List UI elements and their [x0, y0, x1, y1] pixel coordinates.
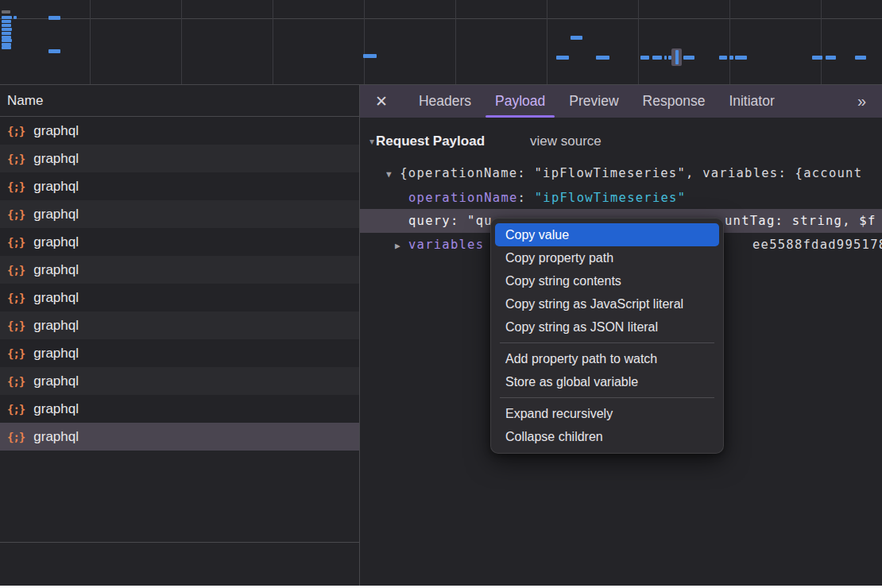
waterfall-bar[interactable]: [729, 56, 733, 60]
property-key: variables: [408, 233, 484, 257]
menu-item-copy-value[interactable]: Copy value: [495, 223, 719, 246]
request-row-graphql[interactable]: {;}graphql: [0, 339, 359, 367]
waterfall-bar[interactable]: [826, 56, 836, 60]
json-request-icon: {;}: [7, 292, 25, 304]
request-name: graphql: [33, 290, 79, 306]
request-row-graphql[interactable]: {;}graphql: [0, 145, 359, 172]
request-name: graphql: [33, 123, 79, 139]
waterfall-bar[interactable]: [675, 50, 679, 64]
view-source-link[interactable]: view source: [530, 133, 602, 149]
waterfall-bar[interactable]: [855, 56, 866, 60]
request-name: graphql: [33, 401, 79, 417]
waterfall-bar[interactable]: [735, 56, 747, 60]
menu-item-copy-string-contents[interactable]: Copy string contents: [495, 269, 719, 292]
json-request-icon: {;}: [7, 431, 25, 443]
variables-fragment-right: ee5588fdad995178a0: [752, 233, 882, 257]
json-request-icon: {;}: [7, 236, 25, 249]
waterfall-bar[interactable]: [2, 46, 11, 49]
request-name: graphql: [33, 234, 79, 250]
menu-item-store-as-global-variable[interactable]: Store as global variable: [495, 370, 719, 393]
menu-divider: [500, 342, 714, 343]
request-list: {;}graphql{;}graphql{;}graphql{;}graphql…: [0, 117, 359, 451]
request-name: graphql: [33, 373, 79, 389]
property-key: operationName: [408, 191, 518, 205]
menu-item-copy-property-path[interactable]: Copy property path: [495, 246, 719, 269]
request-name: graphql: [33, 346, 79, 362]
waterfall-bar[interactable]: [683, 56, 694, 60]
request-row-graphql[interactable]: {;}graphql: [0, 256, 359, 284]
network-overview-waterfall[interactable]: [0, 0, 882, 85]
waterfall-bar[interactable]: [2, 16, 12, 19]
tab-preview[interactable]: Preview: [557, 85, 630, 118]
waterfall-gridline-vertical: [181, 0, 182, 84]
menu-item-copy-string-as-javascript-literal[interactable]: Copy string as JavaScript literal: [495, 292, 719, 315]
waterfall-bar[interactable]: [664, 56, 667, 60]
request-row-graphql[interactable]: {;}graphql: [0, 117, 359, 145]
json-request-icon: {;}: [7, 125, 25, 137]
waterfall-bar[interactable]: [719, 56, 727, 60]
query-fragment-right: untTag: string, $f: [725, 209, 876, 233]
waterfall-bar[interactable]: [812, 56, 822, 60]
waterfall-bar[interactable]: [363, 54, 377, 58]
menu-divider: [500, 397, 714, 398]
waterfall-bar[interactable]: [2, 32, 11, 35]
request-row-graphql[interactable]: {;}graphql: [0, 395, 359, 423]
json-request-icon: {;}: [7, 153, 25, 165]
name-column-header[interactable]: Name: [0, 85, 359, 117]
collapsed-icon[interactable]: ▶: [395, 241, 400, 251]
tab-headers[interactable]: Headers: [407, 85, 483, 118]
waterfall-bar[interactable]: [2, 28, 12, 31]
request-row-graphql[interactable]: {;}graphql: [0, 367, 359, 395]
waterfall-bar[interactable]: [652, 56, 662, 60]
menu-item-add-property-path-to-watch[interactable]: Add property path to watch: [495, 347, 719, 370]
json-request-icon: {;}: [7, 319, 25, 332]
waterfall-gridline-vertical: [364, 0, 365, 84]
section-collapse-icon[interactable]: ▾: [369, 136, 374, 147]
request-row-graphql[interactable]: {;}graphql: [0, 200, 359, 228]
detail-tab-bar: ✕ HeadersPayloadPreviewResponseInitiator…: [360, 85, 882, 118]
tab-initiator[interactable]: Initiator: [717, 85, 786, 118]
more-tabs-icon[interactable]: »: [857, 92, 865, 110]
waterfall-gridline-vertical: [821, 0, 822, 84]
waterfall-bar[interactable]: [14, 16, 17, 19]
waterfall-bar[interactable]: [571, 36, 582, 40]
waterfall-gridline-vertical: [455, 0, 456, 84]
menu-item-expand-recursively[interactable]: Expand recursively: [495, 402, 719, 425]
tab-response[interactable]: Response: [631, 85, 718, 118]
request-name: graphql: [33, 429, 79, 445]
request-row-graphql[interactable]: {;}graphql: [0, 311, 359, 339]
json-request-icon: {;}: [7, 208, 25, 221]
waterfall-gridline-vertical: [90, 0, 91, 84]
close-icon[interactable]: ✕: [375, 92, 388, 110]
section-title: Request Payload: [376, 133, 485, 149]
payload-preview-text: {operationName: "ipFlowTimeseries", vari…: [400, 166, 862, 180]
property-separator: :: [518, 191, 535, 205]
waterfall-gridline-vertical: [547, 0, 547, 84]
waterfall-bar[interactable]: [48, 49, 60, 53]
waterfall-gridline-vertical: [273, 0, 273, 84]
waterfall-bar[interactable]: [48, 16, 60, 20]
query-fragment-left: query: "qu: [408, 209, 493, 233]
tab-strip: HeadersPayloadPreviewResponseInitiator: [407, 85, 787, 118]
expand-icon[interactable]: ▼: [386, 169, 392, 180]
tab-payload[interactable]: Payload: [483, 85, 557, 118]
panel-divider[interactable]: [359, 85, 360, 586]
waterfall-gridline-vertical: [729, 0, 730, 84]
waterfall-bar[interactable]: [2, 24, 11, 27]
request-row-graphql[interactable]: {;}graphql: [0, 284, 359, 311]
menu-item-collapse-children[interactable]: Collapse children: [495, 425, 719, 448]
payload-row-operation-name[interactable]: operationName: "ipFlowTimeseries": [408, 186, 686, 210]
request-row-graphql[interactable]: {;}graphql: [0, 172, 359, 200]
request-name: graphql: [33, 179, 79, 195]
waterfall-bar[interactable]: [556, 56, 569, 60]
waterfall-bar[interactable]: [2, 39, 12, 42]
request-name: graphql: [33, 318, 79, 334]
menu-item-copy-string-as-json-literal[interactable]: Copy string as JSON literal: [495, 315, 719, 338]
payload-root-row[interactable]: ▼ {operationName: "ipFlowTimeseries", va…: [386, 161, 882, 185]
waterfall-bar[interactable]: [2, 20, 11, 23]
waterfall-bar[interactable]: [596, 56, 609, 60]
waterfall-bar[interactable]: [2, 10, 10, 14]
request-row-graphql[interactable]: {;}graphql: [0, 228, 359, 256]
request-row-graphql[interactable]: {;}graphql: [0, 423, 359, 451]
waterfall-bar[interactable]: [640, 56, 649, 60]
